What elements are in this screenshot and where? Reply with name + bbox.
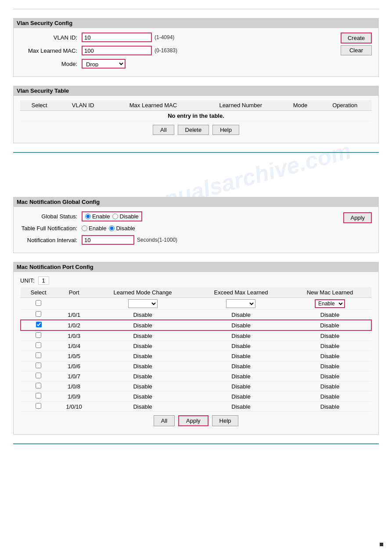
create-button[interactable]: Create [341, 33, 372, 44]
row-checkbox-cell [21, 351, 56, 361]
row-exceed-max: Disable [194, 320, 288, 330]
table-full-disable-label[interactable]: Disable [109, 225, 135, 232]
row-learned-mode: Disable [92, 341, 194, 351]
row-port: 1/0/10 [56, 402, 92, 412]
row-exceed-max: Disable [194, 351, 288, 361]
row-new-mac: Disable [288, 341, 371, 351]
vlan-security-config-title: Vlan Security Config [13, 18, 379, 28]
bottom-dot [380, 543, 383, 546]
port-table-row: 1/0/9DisableDisableDisable [21, 392, 371, 402]
table-full-enable-radio[interactable] [82, 225, 87, 231]
row-port: 1/0/1 [56, 310, 92, 320]
port-all-button[interactable]: All [154, 415, 175, 426]
mac-notification-global-section: Mac Notification Global Config Global St… [13, 197, 379, 253]
row-learned-mode: Disable [92, 402, 194, 412]
row-checkbox[interactable] [36, 332, 41, 338]
interval-row: Notification Interval: Seconds(1-1000) [20, 235, 334, 245]
table-full-disable-radio[interactable] [109, 225, 115, 231]
row-learned-mode: Disable [92, 381, 194, 392]
global-status-disable-radio[interactable] [112, 214, 118, 219]
select-all-checkbox[interactable] [36, 300, 41, 306]
port-table-row: 1/0/4DisableDisableDisable [21, 341, 371, 351]
row-checkbox-cell [21, 341, 56, 351]
row-checkbox[interactable] [36, 393, 41, 399]
col-select: Select [20, 100, 58, 111]
row-checkbox[interactable] [36, 363, 41, 368]
port-table-row: 1/0/3DisableDisableDisable [21, 330, 371, 341]
row-checkbox-cell [21, 320, 56, 330]
learned-mode-change-header-select[interactable]: Enable Disable [128, 299, 158, 308]
row-port: 1/0/2 [56, 320, 92, 330]
row-port: 1/0/3 [56, 330, 92, 341]
global-apply-button[interactable]: Apply [343, 212, 372, 223]
global-status-enable-radio[interactable] [85, 214, 91, 219]
mac-notification-global-title: Mac Notification Global Config [13, 197, 379, 207]
row-port: 1/0/5 [56, 351, 92, 361]
exceed-max-header-select[interactable]: Enable Disable [226, 299, 255, 308]
row-new-mac: Disable [288, 330, 371, 341]
all-button[interactable]: All [153, 125, 174, 135]
port-col-select: Select [21, 287, 56, 298]
global-status-label: Global Status: [20, 213, 82, 220]
delete-button[interactable]: Delete [178, 125, 209, 135]
unit-label: UNIT: [20, 277, 35, 284]
help-button[interactable]: Help [212, 125, 239, 135]
table-full-enable-label[interactable]: Enable [82, 225, 106, 232]
row-checkbox[interactable] [36, 322, 42, 327]
vlan-id-hint: (1-4094) [155, 34, 174, 40]
global-status-radio-group: Enable Disable [82, 211, 142, 221]
row-checkbox[interactable] [36, 352, 41, 358]
row-checkbox[interactable] [36, 342, 41, 348]
vlan-table-buttons: All Delete Help [20, 121, 372, 138]
row-exceed-max: Disable [194, 381, 288, 392]
port-help-button[interactable]: Help [212, 415, 239, 426]
interval-input[interactable] [82, 235, 134, 245]
port-col-learned-mode: Learned Mode Change [92, 287, 194, 298]
row-checkbox[interactable] [36, 311, 41, 317]
row-learned-mode: Disable [92, 351, 194, 361]
row-exceed-max: Disable [194, 310, 288, 320]
max-learned-mac-label: Max Learned MAC: [20, 47, 82, 54]
mac-notification-port-body: UNIT: 1 Select Port Learned Mode Change … [13, 272, 379, 435]
row-learned-mode: Disable [92, 392, 194, 402]
vlan-config-buttons: Create Clear [341, 33, 372, 57]
vlan-security-config-body: VLAN ID: (1-4094) Max Learned MAC: (0-16… [13, 28, 379, 77]
row-new-mac: Disable [288, 392, 371, 402]
row-exceed-max: Disable [194, 392, 288, 402]
table-full-radio-group: Enable Disable [82, 225, 135, 232]
port-apply-button[interactable]: Apply [178, 415, 209, 426]
row-port: 1/0/9 [56, 392, 92, 402]
row-exceed-max: Disable [194, 330, 288, 341]
mode-select[interactable]: Drop Forward Block [82, 59, 126, 69]
vlan-security-table-body: Select VLAN ID Max Learned MAC Learned N… [13, 96, 379, 143]
port-table-row: 1/0/5DisableDisableDisable [21, 351, 371, 361]
global-status-disable-text: Disable [119, 213, 138, 220]
row-learned-mode: Disable [92, 361, 194, 371]
row-checkbox[interactable] [36, 383, 41, 388]
global-status-enable-text: Enable [92, 213, 110, 220]
bottom-divider [13, 443, 379, 444]
watermark-area: manualsarchive.com [13, 162, 379, 197]
max-learned-mac-input[interactable] [82, 46, 152, 55]
global-status-disable-label[interactable]: Disable [112, 213, 138, 220]
row-port: 1/0/4 [56, 341, 92, 351]
port-table-row: 1/0/6DisableDisableDisable [21, 361, 371, 371]
table-full-enable-text: Enable [89, 225, 106, 232]
vlan-id-input[interactable] [82, 33, 152, 42]
col-operation: Operation [318, 100, 372, 111]
vlan-security-table-section: Vlan Security Table Select VLAN ID Max L… [13, 86, 379, 143]
row-checkbox-cell [21, 402, 56, 412]
row-checkbox-cell [21, 361, 56, 371]
row-checkbox[interactable] [36, 373, 41, 378]
section-divider [13, 152, 379, 153]
mode-label: Mode: [20, 61, 82, 67]
new-mac-header-select[interactable]: Enable Disable [315, 299, 345, 308]
row-exceed-max: Disable [194, 371, 288, 381]
clear-button[interactable]: Clear [341, 45, 372, 55]
col-max-learned-mac: Max Learned MAC [108, 100, 199, 111]
global-status-enable-label[interactable]: Enable [85, 213, 110, 220]
row-exceed-max: Disable [194, 341, 288, 351]
vlan-id-label: VLAN ID: [20, 34, 82, 41]
row-checkbox-cell [21, 371, 56, 381]
row-checkbox[interactable] [36, 403, 41, 409]
